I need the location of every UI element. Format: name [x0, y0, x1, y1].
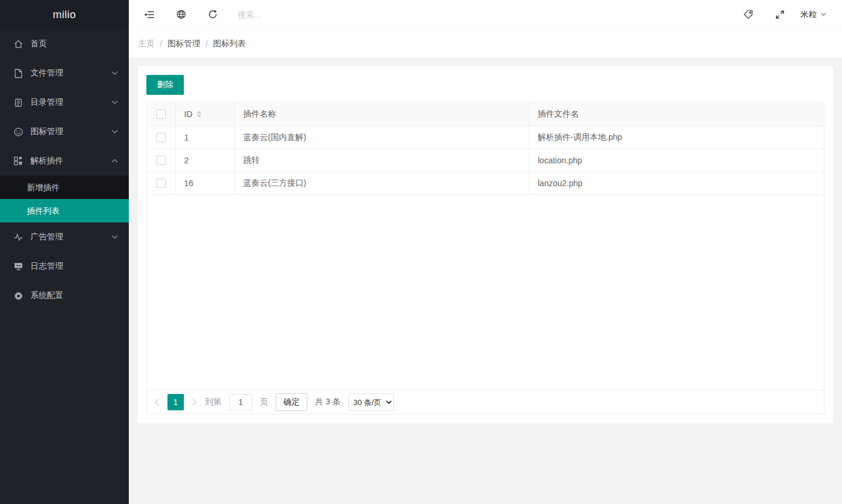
sidebar-item-label: 图标管理 [30, 126, 111, 137]
table-row: 2 跳转 location.php [147, 149, 824, 172]
smiley-icon [13, 126, 23, 137]
pagination-bar: 1 到第 页 确定 共 3 条 30 条/页 [147, 390, 824, 414]
breadcrumb-separator: / [206, 39, 208, 49]
sidebar-item-home[interactable]: 首页 [0, 29, 129, 59]
page-unit-label: 页 [260, 397, 268, 407]
chevron-down-icon [111, 129, 118, 134]
cell-id: 2 [175, 149, 234, 172]
sidebar-nav: 首页 文件管理 目录管理 [0, 29, 129, 310]
breadcrumb-icon-manage[interactable]: 图标管理 [167, 39, 200, 49]
select-all-checkbox[interactable] [156, 109, 166, 119]
page-input[interactable] [229, 394, 252, 410]
sidebar-item-ads[interactable]: 广告管理 [0, 222, 129, 252]
confirm-button[interactable]: 确定 [276, 393, 307, 411]
chevron-down-icon [111, 100, 118, 105]
plugin-list-card: 删除 ID [138, 66, 833, 423]
column-header-id: ID [184, 109, 193, 119]
chevron-up-icon [111, 159, 118, 163]
plugins-submenu: 新增插件 插件列表 [0, 176, 129, 222]
home-icon [13, 39, 23, 49]
sidebar-item-label: 目录管理 [30, 97, 111, 108]
breadcrumb-separator: / [160, 39, 162, 49]
sidebar-item-files[interactable]: 文件管理 [0, 59, 129, 88]
app-logo: milio [0, 0, 129, 29]
file-icon [13, 68, 23, 78]
cell-plugin-name: 蓝奏云(三方接口) [234, 172, 529, 194]
goto-page-label: 到第 [205, 397, 221, 407]
refresh-icon[interactable] [197, 0, 228, 29]
column-header-file: 插件文件名 [529, 102, 824, 126]
sidebar-item-label: 广告管理 [30, 232, 111, 242]
page-size-select[interactable]: 30 条/页 [348, 393, 394, 411]
top-header: 米粒 [129, 0, 842, 29]
topbar-right: 米粒 [733, 0, 837, 29]
pulse-icon [13, 232, 23, 242]
app-root: milio 首页 文件管理 目录管 [0, 0, 842, 504]
sidebar-item-settings[interactable]: 系统配置 [0, 281, 129, 310]
sidebar-item-label: 系统配置 [30, 290, 118, 301]
cell-plugin-file: location.php [529, 149, 824, 172]
sidebar: milio 首页 文件管理 目录管 [0, 0, 129, 504]
table-row: 16 蓝奏云(三方接口) lanzou2.php [147, 172, 824, 194]
cell-id: 16 [175, 172, 234, 194]
search-input[interactable] [238, 10, 367, 19]
cell-plugin-name: 跳转 [234, 149, 529, 172]
tag-icon[interactable] [733, 0, 764, 29]
main-area: 米粒 主页 / 图标管理 / 图标列表 删除 [129, 0, 842, 504]
chevron-down-icon [820, 12, 827, 16]
row-checkbox[interactable] [156, 156, 166, 165]
next-page-button[interactable] [191, 398, 197, 406]
table-empty-space [147, 195, 824, 390]
breadcrumb: 主页 / 图标管理 / 图标列表 [129, 29, 842, 59]
row-checkbox[interactable] [156, 133, 166, 142]
prev-page-button[interactable] [154, 398, 160, 406]
column-header-name: 插件名称 [234, 102, 529, 126]
row-checkbox[interactable] [156, 179, 166, 188]
sidebar-item-logs[interactable]: 日志管理 [0, 252, 129, 281]
cell-id: 1 [175, 126, 234, 149]
user-menu[interactable]: 米粒 [796, 0, 837, 29]
cell-plugin-file: lanzou2.php [529, 172, 824, 194]
breadcrumb-icon-list: 图标列表 [213, 39, 246, 49]
sidebar-subitem-plugin-list[interactable]: 插件列表 [0, 199, 129, 222]
blocks-icon [13, 156, 23, 166]
cell-plugin-file: 解析插件-调用本地.php [529, 126, 824, 149]
sidebar-subitem-add-plugin[interactable]: 新增插件 [0, 176, 129, 199]
table-row: 1 蓝奏云(国内直解) 解析插件-调用本地.php [147, 126, 824, 149]
sidebar-item-label: 文件管理 [30, 68, 111, 78]
page-number-button[interactable]: 1 [167, 394, 184, 410]
sidebar-item-plugins[interactable]: 解析插件 [0, 146, 129, 176]
chevron-down-icon [111, 71, 118, 76]
monitor-icon [13, 261, 23, 272]
user-name: 米粒 [800, 9, 817, 20]
sidebar-item-directory[interactable]: 目录管理 [0, 88, 129, 117]
chevron-down-icon [111, 235, 118, 239]
total-count-label: 共 3 条 [315, 397, 341, 407]
fullscreen-icon[interactable] [764, 0, 796, 29]
sidebar-item-icons[interactable]: 图标管理 [0, 117, 129, 146]
cell-plugin-name: 蓝奏云(国内直解) [234, 126, 529, 149]
sidebar-item-label: 首页 [30, 39, 118, 49]
plugin-table: ID 插件名称 插件文件名 1 [146, 102, 824, 414]
collapse-sidebar-button[interactable] [134, 0, 165, 29]
globe-icon[interactable] [165, 0, 197, 29]
gear-icon [13, 290, 23, 301]
sort-icon[interactable] [197, 111, 201, 118]
table-header-row: ID 插件名称 插件文件名 [147, 102, 824, 126]
document-icon [13, 97, 23, 108]
breadcrumb-home[interactable]: 主页 [138, 39, 155, 49]
sidebar-item-label: 日志管理 [30, 261, 118, 272]
sidebar-item-label: 解析插件 [30, 156, 111, 166]
delete-button[interactable]: 删除 [146, 75, 184, 95]
content-area: 删除 ID [129, 59, 842, 504]
